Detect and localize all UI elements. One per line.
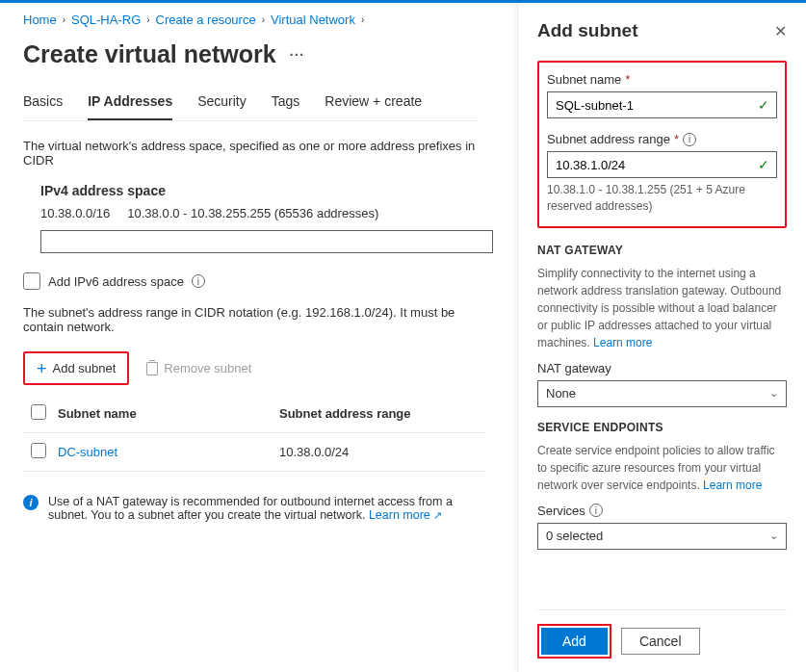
nat-gateway-field: NAT gateway None ⌄	[537, 361, 787, 407]
chevron-right-icon: ›	[63, 14, 65, 25]
check-icon: ✓	[758, 97, 769, 113]
subnet-range-hint: 10.38.1.0 - 10.38.1.255 (251 + 5 Azure r…	[547, 182, 777, 215]
tab-tags[interactable]: Tags	[272, 93, 300, 120]
tab-basics[interactable]: Basics	[23, 93, 63, 120]
learn-more-link[interactable]: Learn more	[703, 478, 762, 492]
subnet-range-field: Subnet address range * i ✓ 10.38.1.0 - 1…	[547, 132, 777, 215]
subnet-range-cell: 10.38.0.0/24	[279, 445, 478, 459]
add-subnet-highlight: + Add subnet	[23, 351, 129, 385]
chevron-right-icon: ›	[361, 14, 364, 25]
services-select[interactable]: 0 selected ⌄	[537, 523, 787, 550]
ipv4-range: 10.38.0.0 - 10.38.255.255 (65536 address…	[127, 206, 378, 220]
more-actions-icon[interactable]: ···	[290, 46, 305, 63]
add-button-highlight: Add	[537, 624, 611, 659]
add-button[interactable]: Add	[541, 628, 608, 655]
breadcrumb-rg[interactable]: SQL-HA-RG	[71, 13, 141, 27]
breadcrumb-create[interactable]: Create a resource	[156, 13, 256, 27]
nat-gateway-select[interactable]: None ⌄	[537, 380, 787, 407]
info-icon[interactable]: i	[192, 274, 205, 288]
breadcrumb: Home › SQL-HA-RG › Create a resource › V…	[23, 13, 478, 27]
services-field: Services i 0 selected ⌄	[537, 504, 787, 550]
subnet-range-input[interactable]	[547, 151, 777, 178]
info-icon[interactable]: i	[683, 133, 696, 146]
subnet-description: The subnet's address range in CIDR notat…	[23, 305, 478, 334]
page-title: Create virtual network ···	[23, 40, 478, 68]
required-icon: *	[674, 132, 679, 146]
ipv6-label: Add IPv6 address space	[48, 274, 184, 289]
select-all-checkbox[interactable]	[31, 404, 46, 420]
ipv6-checkbox[interactable]	[23, 272, 40, 290]
learn-more-link[interactable]: Learn more	[369, 508, 442, 522]
nat-gateway-desc: Simplify connectivity to the internet us…	[537, 267, 781, 349]
trash-icon	[146, 362, 158, 375]
ipv4-cidr: 10.38.0.0/16	[40, 206, 110, 220]
panel-title: Add subnet	[537, 20, 638, 41]
ipv4-existing-row: 10.38.0.0/16 10.38.0.0 - 10.38.255.255 (…	[40, 206, 478, 220]
ipv4-heading: IPv4 address space	[40, 183, 478, 198]
ipv6-checkbox-row: Add IPv6 address space i	[23, 272, 478, 290]
subnet-link[interactable]: DC-subnet	[58, 445, 117, 459]
main-content: Home › SQL-HA-RG › Create a resource › V…	[0, 3, 501, 531]
panel-header: Add subnet ✕	[537, 20, 787, 41]
info-icon: i	[23, 495, 39, 510]
services-label: Services	[537, 504, 585, 518]
tabs: Basics IP Addresses Security Tags Review…	[23, 93, 478, 121]
ipv4-block: 10.38.0.0/16 10.38.0.0 - 10.38.255.255 (…	[40, 206, 478, 253]
plus-icon: +	[37, 362, 47, 375]
cancel-button[interactable]: Cancel	[621, 628, 700, 655]
subnet-name-input[interactable]	[547, 91, 777, 118]
close-icon[interactable]: ✕	[774, 22, 787, 40]
chevron-right-icon: ›	[146, 14, 149, 25]
add-subnet-button[interactable]: + Add subnet	[27, 355, 125, 381]
breadcrumb-home[interactable]: Home	[23, 13, 57, 27]
subnet-name-label: Subnet name	[547, 72, 621, 87]
row-checkbox[interactable]	[31, 443, 46, 458]
service-endpoints-heading: SERVICE ENDPOINTS	[537, 421, 787, 434]
subnet-table: Subnet name Subnet address range DC-subn…	[23, 395, 485, 472]
address-space-description: The virtual network's address space, spe…	[23, 139, 478, 168]
info-icon[interactable]: i	[589, 504, 603, 517]
learn-more-link[interactable]: Learn more	[593, 336, 652, 349]
nat-gateway-label: NAT gateway	[537, 361, 787, 375]
required-icon: *	[625, 72, 630, 87]
nat-info-note: i Use of a NAT gateway is recommended fo…	[23, 495, 485, 522]
check-icon: ✓	[758, 157, 769, 172]
add-subnet-panel: Add subnet ✕ Subnet name * ✓ Subnet addr…	[517, 3, 806, 672]
subnet-name-field: Subnet name * ✓	[547, 72, 777, 118]
col-subnet-name: Subnet name	[58, 406, 279, 421]
chevron-down-icon: ⌄	[769, 387, 778, 400]
col-subnet-range: Subnet address range	[279, 406, 478, 421]
subnet-fields-highlight: Subnet name * ✓ Subnet address range * i…	[537, 61, 787, 228]
subnet-actions: + Add subnet Remove subnet	[23, 351, 478, 385]
remove-subnet-button[interactable]: Remove subnet	[146, 361, 251, 375]
breadcrumb-vnet[interactable]: Virtual Network	[271, 13, 355, 27]
table-header-row: Subnet name Subnet address range	[23, 395, 485, 433]
ipv4-new-input[interactable]	[40, 230, 493, 253]
chevron-down-icon: ⌄	[769, 530, 778, 542]
tab-ip-addresses[interactable]: IP Addresses	[88, 93, 172, 120]
tab-review[interactable]: Review + create	[325, 93, 422, 120]
tab-security[interactable]: Security	[197, 93, 247, 120]
panel-footer: Add Cancel	[537, 609, 787, 672]
table-row: DC-subnet 10.38.0.0/24	[23, 433, 485, 472]
nat-gateway-heading: NAT GATEWAY	[537, 244, 787, 257]
chevron-right-icon: ›	[262, 14, 265, 25]
subnet-range-label: Subnet address range	[547, 132, 670, 146]
